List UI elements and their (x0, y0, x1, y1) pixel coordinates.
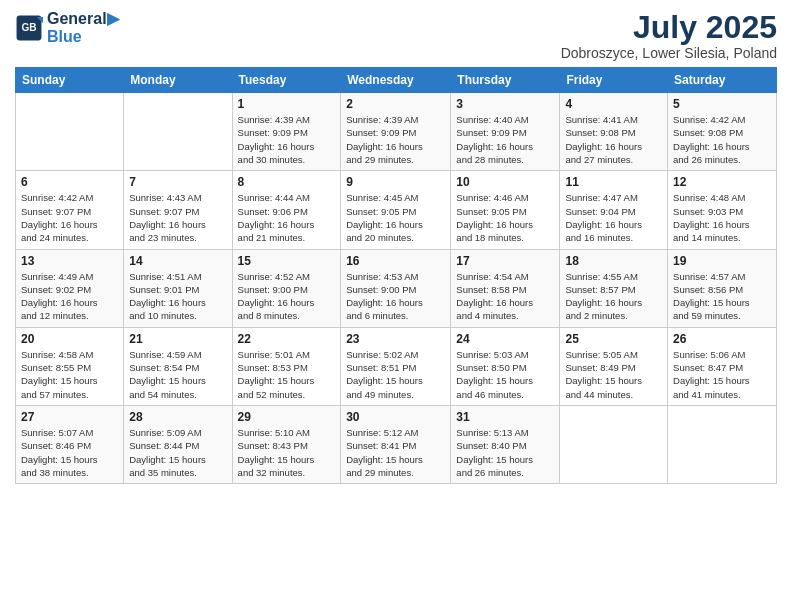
calendar-cell: 4Sunrise: 4:41 AM Sunset: 9:08 PM Daylig… (560, 93, 668, 171)
calendar-cell: 13Sunrise: 4:49 AM Sunset: 9:02 PM Dayli… (16, 249, 124, 327)
calendar-cell: 17Sunrise: 4:54 AM Sunset: 8:58 PM Dayli… (451, 249, 560, 327)
calendar-cell (16, 93, 124, 171)
day-number: 18 (565, 254, 662, 268)
title-block: July 2025 Dobroszyce, Lower Silesia, Pol… (561, 10, 777, 61)
calendar-cell: 21Sunrise: 4:59 AM Sunset: 8:54 PM Dayli… (124, 327, 232, 405)
day-number: 30 (346, 410, 445, 424)
calendar-week-2: 6Sunrise: 4:42 AM Sunset: 9:07 PM Daylig… (16, 171, 777, 249)
cell-sun-info: Sunrise: 5:07 AM Sunset: 8:46 PM Dayligh… (21, 426, 118, 479)
location-subtitle: Dobroszyce, Lower Silesia, Poland (561, 45, 777, 61)
day-number: 13 (21, 254, 118, 268)
day-header-sunday: Sunday (16, 68, 124, 93)
cell-sun-info: Sunrise: 4:59 AM Sunset: 8:54 PM Dayligh… (129, 348, 226, 401)
calendar-cell: 14Sunrise: 4:51 AM Sunset: 9:01 PM Dayli… (124, 249, 232, 327)
day-number: 19 (673, 254, 771, 268)
day-number: 3 (456, 97, 554, 111)
day-number: 23 (346, 332, 445, 346)
day-number: 15 (238, 254, 336, 268)
day-number: 1 (238, 97, 336, 111)
calendar-cell: 7Sunrise: 4:43 AM Sunset: 9:07 PM Daylig… (124, 171, 232, 249)
cell-sun-info: Sunrise: 4:54 AM Sunset: 8:58 PM Dayligh… (456, 270, 554, 323)
calendar-cell: 20Sunrise: 4:58 AM Sunset: 8:55 PM Dayli… (16, 327, 124, 405)
cell-sun-info: Sunrise: 4:55 AM Sunset: 8:57 PM Dayligh… (565, 270, 662, 323)
header-row: SundayMondayTuesdayWednesdayThursdayFrid… (16, 68, 777, 93)
calendar-cell: 24Sunrise: 5:03 AM Sunset: 8:50 PM Dayli… (451, 327, 560, 405)
calendar-cell: 12Sunrise: 4:48 AM Sunset: 9:03 PM Dayli… (668, 171, 777, 249)
calendar-cell: 28Sunrise: 5:09 AM Sunset: 8:44 PM Dayli… (124, 405, 232, 483)
calendar-cell: 27Sunrise: 5:07 AM Sunset: 8:46 PM Dayli… (16, 405, 124, 483)
day-number: 4 (565, 97, 662, 111)
cell-sun-info: Sunrise: 4:40 AM Sunset: 9:09 PM Dayligh… (456, 113, 554, 166)
calendar-page: GB General▶ Blue July 2025 Dobroszyce, L… (0, 0, 792, 612)
cell-sun-info: Sunrise: 5:05 AM Sunset: 8:49 PM Dayligh… (565, 348, 662, 401)
cell-sun-info: Sunrise: 4:42 AM Sunset: 9:08 PM Dayligh… (673, 113, 771, 166)
day-number: 9 (346, 175, 445, 189)
logo-text: General▶ Blue (47, 10, 119, 45)
calendar-week-3: 13Sunrise: 4:49 AM Sunset: 9:02 PM Dayli… (16, 249, 777, 327)
svg-text:GB: GB (21, 22, 36, 33)
cell-sun-info: Sunrise: 5:10 AM Sunset: 8:43 PM Dayligh… (238, 426, 336, 479)
calendar-cell: 18Sunrise: 4:55 AM Sunset: 8:57 PM Dayli… (560, 249, 668, 327)
day-number: 20 (21, 332, 118, 346)
calendar-cell: 16Sunrise: 4:53 AM Sunset: 9:00 PM Dayli… (341, 249, 451, 327)
day-number: 21 (129, 332, 226, 346)
calendar-cell: 10Sunrise: 4:46 AM Sunset: 9:05 PM Dayli… (451, 171, 560, 249)
cell-sun-info: Sunrise: 4:41 AM Sunset: 9:08 PM Dayligh… (565, 113, 662, 166)
day-number: 24 (456, 332, 554, 346)
day-number: 29 (238, 410, 336, 424)
calendar-cell: 30Sunrise: 5:12 AM Sunset: 8:41 PM Dayli… (341, 405, 451, 483)
calendar-cell: 29Sunrise: 5:10 AM Sunset: 8:43 PM Dayli… (232, 405, 341, 483)
cell-sun-info: Sunrise: 4:46 AM Sunset: 9:05 PM Dayligh… (456, 191, 554, 244)
cell-sun-info: Sunrise: 4:47 AM Sunset: 9:04 PM Dayligh… (565, 191, 662, 244)
calendar-week-4: 20Sunrise: 4:58 AM Sunset: 8:55 PM Dayli… (16, 327, 777, 405)
calendar-cell: 2Sunrise: 4:39 AM Sunset: 9:09 PM Daylig… (341, 93, 451, 171)
calendar-cell (560, 405, 668, 483)
day-number: 6 (21, 175, 118, 189)
cell-sun-info: Sunrise: 5:01 AM Sunset: 8:53 PM Dayligh… (238, 348, 336, 401)
cell-sun-info: Sunrise: 4:39 AM Sunset: 9:09 PM Dayligh… (238, 113, 336, 166)
calendar-cell: 3Sunrise: 4:40 AM Sunset: 9:09 PM Daylig… (451, 93, 560, 171)
day-number: 16 (346, 254, 445, 268)
day-number: 31 (456, 410, 554, 424)
cell-sun-info: Sunrise: 5:13 AM Sunset: 8:40 PM Dayligh… (456, 426, 554, 479)
day-header-wednesday: Wednesday (341, 68, 451, 93)
cell-sun-info: Sunrise: 4:53 AM Sunset: 9:00 PM Dayligh… (346, 270, 445, 323)
day-number: 2 (346, 97, 445, 111)
day-number: 14 (129, 254, 226, 268)
cell-sun-info: Sunrise: 4:44 AM Sunset: 9:06 PM Dayligh… (238, 191, 336, 244)
calendar-cell: 1Sunrise: 4:39 AM Sunset: 9:09 PM Daylig… (232, 93, 341, 171)
day-header-monday: Monday (124, 68, 232, 93)
day-number: 27 (21, 410, 118, 424)
day-number: 26 (673, 332, 771, 346)
cell-sun-info: Sunrise: 5:09 AM Sunset: 8:44 PM Dayligh… (129, 426, 226, 479)
cell-sun-info: Sunrise: 5:12 AM Sunset: 8:41 PM Dayligh… (346, 426, 445, 479)
calendar-cell: 15Sunrise: 4:52 AM Sunset: 9:00 PM Dayli… (232, 249, 341, 327)
header: GB General▶ Blue July 2025 Dobroszyce, L… (15, 10, 777, 61)
calendar-cell: 25Sunrise: 5:05 AM Sunset: 8:49 PM Dayli… (560, 327, 668, 405)
day-header-saturday: Saturday (668, 68, 777, 93)
calendar-cell: 11Sunrise: 4:47 AM Sunset: 9:04 PM Dayli… (560, 171, 668, 249)
calendar-cell: 6Sunrise: 4:42 AM Sunset: 9:07 PM Daylig… (16, 171, 124, 249)
day-number: 7 (129, 175, 226, 189)
day-number: 17 (456, 254, 554, 268)
calendar-cell: 31Sunrise: 5:13 AM Sunset: 8:40 PM Dayli… (451, 405, 560, 483)
month-title: July 2025 (561, 10, 777, 45)
cell-sun-info: Sunrise: 5:03 AM Sunset: 8:50 PM Dayligh… (456, 348, 554, 401)
day-number: 12 (673, 175, 771, 189)
day-number: 25 (565, 332, 662, 346)
cell-sun-info: Sunrise: 4:51 AM Sunset: 9:01 PM Dayligh… (129, 270, 226, 323)
calendar-cell: 22Sunrise: 5:01 AM Sunset: 8:53 PM Dayli… (232, 327, 341, 405)
cell-sun-info: Sunrise: 5:02 AM Sunset: 8:51 PM Dayligh… (346, 348, 445, 401)
calendar-week-5: 27Sunrise: 5:07 AM Sunset: 8:46 PM Dayli… (16, 405, 777, 483)
cell-sun-info: Sunrise: 4:58 AM Sunset: 8:55 PM Dayligh… (21, 348, 118, 401)
day-number: 10 (456, 175, 554, 189)
calendar-cell (124, 93, 232, 171)
day-header-friday: Friday (560, 68, 668, 93)
day-header-tuesday: Tuesday (232, 68, 341, 93)
calendar-cell: 26Sunrise: 5:06 AM Sunset: 8:47 PM Dayli… (668, 327, 777, 405)
calendar-cell: 8Sunrise: 4:44 AM Sunset: 9:06 PM Daylig… (232, 171, 341, 249)
calendar-cell: 19Sunrise: 4:57 AM Sunset: 8:56 PM Dayli… (668, 249, 777, 327)
day-number: 11 (565, 175, 662, 189)
cell-sun-info: Sunrise: 4:57 AM Sunset: 8:56 PM Dayligh… (673, 270, 771, 323)
cell-sun-info: Sunrise: 4:39 AM Sunset: 9:09 PM Dayligh… (346, 113, 445, 166)
